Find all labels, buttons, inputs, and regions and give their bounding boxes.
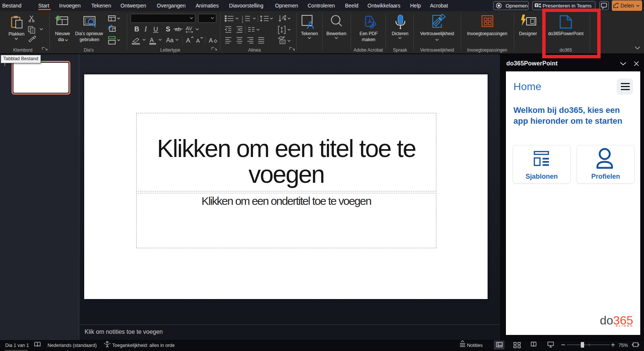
svg-text:S: S bbox=[166, 25, 170, 33]
svg-text:2: 2 bbox=[242, 18, 243, 21]
svg-text:A: A bbox=[150, 37, 154, 43]
svg-text:A: A bbox=[186, 37, 190, 44]
svg-text:B: B bbox=[134, 25, 139, 33]
svg-text:AV: AV bbox=[186, 25, 192, 31]
svg-text:3: 3 bbox=[242, 21, 243, 23]
svg-text:Aa: Aa bbox=[166, 37, 174, 43]
svg-text:A: A bbox=[307, 19, 314, 31]
svg-text:A: A bbox=[196, 37, 200, 44]
svg-text:A: A bbox=[209, 37, 213, 44]
svg-text:U: U bbox=[153, 26, 158, 33]
svg-text:1: 1 bbox=[242, 15, 243, 18]
svg-text:I: I bbox=[144, 25, 147, 33]
svg-text:A: A bbox=[282, 15, 285, 21]
